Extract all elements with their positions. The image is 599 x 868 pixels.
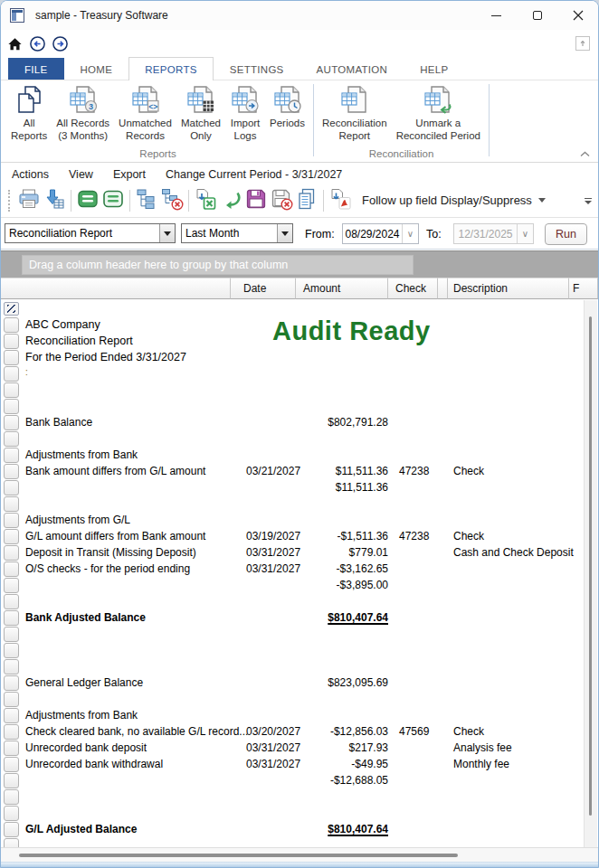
report-row[interactable]: O/S checks - for the period ending03/31/… (23, 561, 585, 577)
row-indicator-cell[interactable] (4, 578, 19, 593)
vertical-scrollbar-thumb[interactable] (589, 316, 592, 816)
back-button[interactable] (29, 33, 46, 53)
row-indicator-cell[interactable] (4, 675, 19, 691)
horizontal-scrollbar[interactable] (1, 847, 598, 862)
row-indicator-cell[interactable] (4, 643, 19, 658)
collapse-ribbon-button[interactable] (578, 146, 591, 157)
menu-export[interactable]: Export (108, 166, 151, 183)
collapse-rows-button[interactable] (100, 188, 126, 213)
report-row[interactable] (23, 593, 585, 609)
report-row[interactable] (23, 382, 585, 398)
import-table-button[interactable] (42, 188, 67, 213)
row-indicator-cell[interactable] (4, 317, 19, 333)
menu-actions[interactable]: Actions (6, 166, 54, 183)
ribbon-button-import-logs[interactable]: ImportLogs (225, 82, 265, 142)
row-indicator-cell[interactable] (4, 708, 19, 723)
row-indicator-cell[interactable] (4, 480, 19, 495)
horizontal-scrollbar-thumb[interactable] (19, 854, 458, 857)
report-row[interactable] (23, 805, 585, 821)
select-all-cell[interactable] (4, 302, 19, 316)
minimize-button[interactable] (476, 1, 517, 30)
ribbon-button-records-3-months[interactable]: 3All Records(3 Months) (52, 82, 114, 142)
report-row[interactable] (23, 642, 585, 658)
report-type-select[interactable]: Reconciliation Report (5, 223, 176, 243)
ribbon-button-reconciliation-report[interactable]: ReconciliationReport (318, 82, 392, 142)
row-indicator-cell[interactable] (4, 692, 19, 707)
close-button[interactable] (557, 1, 598, 30)
row-indicator-cell[interactable] (4, 757, 19, 772)
date-range-select[interactable]: Last Month (181, 223, 293, 243)
row-indicator-cell[interactable] (4, 789, 19, 805)
row-indicator-cell[interactable] (4, 399, 19, 414)
export-excel-button[interactable] (193, 188, 218, 213)
row-indicator-cell[interactable] (4, 627, 19, 642)
report-row[interactable] (23, 398, 585, 414)
report-row[interactable]: Unrecorded bank withdrawal03/31/2027-$49… (23, 756, 585, 772)
column-header-spacer[interactable] (438, 278, 448, 299)
save-button[interactable] (243, 188, 269, 213)
row-indicator-cell[interactable] (4, 529, 19, 544)
tab-home[interactable]: HOME (64, 58, 129, 80)
report-row[interactable] (23, 495, 585, 512)
report-row[interactable]: Bank Balance$802,791.28 (23, 414, 585, 430)
report-row[interactable] (23, 658, 585, 675)
tree-view-button[interactable] (134, 188, 159, 213)
report-row[interactable]: : (23, 365, 585, 382)
report-row[interactable] (23, 788, 585, 805)
maximize-button[interactable] (517, 1, 557, 30)
row-indicator-cell[interactable] (4, 448, 19, 463)
ribbon-button-unmark-period[interactable]: Unmark aReconciled Period (392, 82, 485, 142)
report-row[interactable]: Check cleared bank, no available G/L rec… (23, 723, 585, 740)
ribbon-button-unmatched-records[interactable]: <>UnmatchedRecords (114, 82, 176, 142)
report-row[interactable]: Bank amount differs from G/L amount03/21… (23, 463, 585, 479)
undo-button[interactable] (218, 188, 243, 213)
group-by-panel[interactable]: Drag a column header here to group by th… (1, 250, 598, 278)
report-row[interactable]: For the Period Ended 3/31/2027 (23, 349, 585, 365)
row-indicator-cell[interactable] (4, 659, 19, 675)
column-header-followup[interactable]: F (569, 278, 598, 299)
run-button[interactable]: Run (545, 223, 587, 245)
row-indicator-cell[interactable] (4, 724, 19, 740)
tab-automation[interactable]: AUTOMATION (300, 58, 404, 80)
toolbar-overflow-button[interactable] (582, 193, 594, 209)
ribbon-button-periods[interactable]: Periods (265, 82, 309, 129)
menu-view[interactable]: View (63, 166, 99, 183)
row-indicator-cell[interactable] (4, 741, 19, 756)
row-indicator-cell[interactable] (4, 334, 19, 349)
report-row[interactable]: Deposit in Transit (Missing Deposit)03/3… (23, 544, 585, 561)
from-date-dropdown[interactable]: ∨ (402, 224, 418, 243)
row-indicator-cell[interactable] (4, 366, 19, 382)
report-row[interactable] (23, 430, 585, 447)
row-indicator-cell[interactable] (4, 773, 19, 788)
copy-button[interactable] (294, 188, 319, 213)
report-row[interactable] (23, 626, 585, 642)
tree-remove-button[interactable] (159, 188, 185, 213)
ribbon-button-all-reports[interactable]: AllReports (6, 82, 52, 142)
tab-help[interactable]: HELP (404, 58, 464, 80)
row-indicator-cell[interactable] (4, 496, 19, 512)
column-header-blank[interactable] (1, 278, 231, 299)
tab-file[interactable]: FILE (8, 58, 64, 80)
row-indicator-cell[interactable] (4, 822, 19, 837)
report-type-dropdown-button[interactable] (159, 224, 175, 242)
report-row[interactable]: Unrecorded bank deposit03/31/2027$217.93… (23, 740, 585, 756)
report-row[interactable]: -$12,688.05 (23, 772, 585, 788)
vertical-scrollbar[interactable] (584, 300, 597, 847)
report-row[interactable]: Adjustments from Bank (23, 447, 585, 463)
row-indicator-cell[interactable] (4, 838, 19, 847)
tab-reports[interactable]: REPORTS (128, 57, 213, 80)
date-range-dropdown-button[interactable] (277, 224, 292, 242)
report-row[interactable]: $11,511.36 (23, 479, 585, 495)
export-pdf-button[interactable] (328, 188, 353, 213)
row-indicator-cell[interactable] (4, 415, 19, 430)
print-button[interactable] (16, 188, 42, 213)
expand-rows-button[interactable] (75, 188, 100, 213)
row-indicator-cell[interactable] (4, 561, 19, 577)
row-indicator-cell[interactable] (4, 464, 19, 479)
report-row[interactable]: G/L Adjusted Balance$810,407.64 (23, 821, 585, 837)
row-indicator-cell[interactable] (4, 513, 19, 528)
home-button[interactable] (6, 33, 24, 53)
row-indicator-cell[interactable] (4, 594, 19, 609)
from-date-field[interactable]: 08/29/2024 ∨ (342, 223, 419, 244)
change-current-period[interactable]: Change Current Period - 3/31/2027 (162, 166, 346, 183)
